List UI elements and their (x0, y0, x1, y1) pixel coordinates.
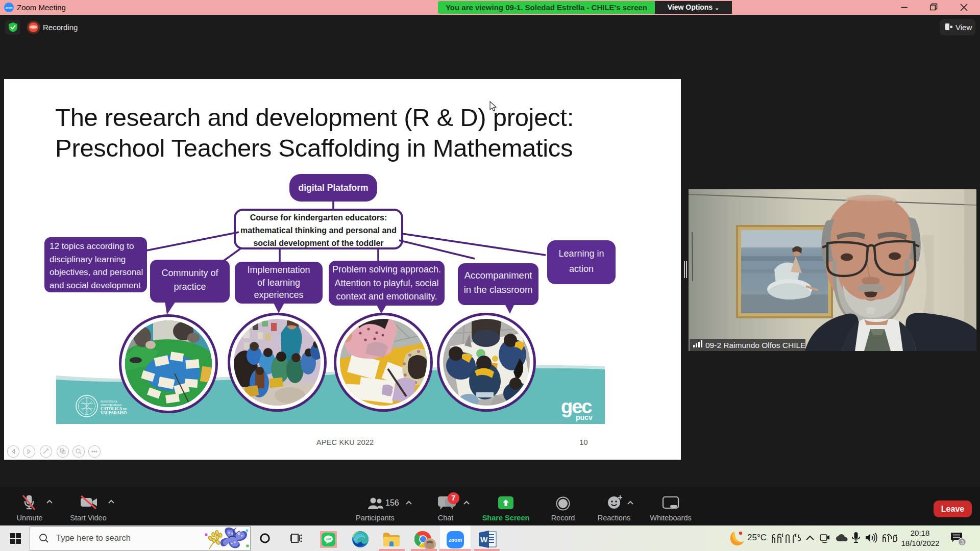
svg-text:W: W (480, 535, 488, 544)
svg-text:zoom: zoom (6, 6, 13, 9)
svg-text:09-2 Raimundo Olfos CHILE: 09-2 Raimundo Olfos CHILE (705, 341, 805, 349)
svg-text:VALPARAÍSO: VALPARAÍSO (101, 410, 127, 415)
svg-text:LINE: LINE (326, 538, 331, 541)
svg-text:pucv: pucv (576, 413, 593, 421)
svg-text:APEC KKU 2022: APEC KKU 2022 (316, 438, 374, 446)
svg-text:PONTIFICIA: PONTIFICIA (101, 400, 118, 403)
svg-text:zoom: zoom (449, 537, 462, 543)
svg-text:3: 3 (961, 539, 964, 545)
svg-text:10: 10 (579, 438, 588, 446)
